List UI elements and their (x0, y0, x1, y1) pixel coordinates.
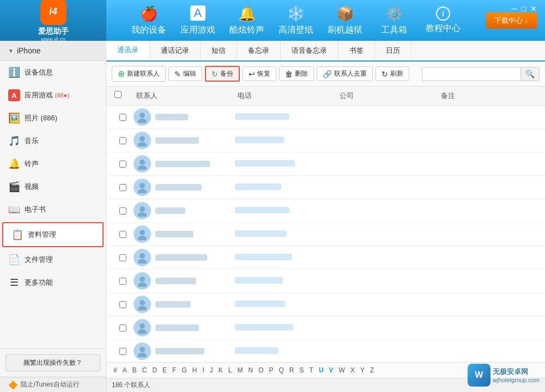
alpha-char-d[interactable]: D (150, 366, 159, 375)
sidebar-item-file-mgmt[interactable]: 📄 文件管理 (0, 248, 106, 271)
row-checkbox-cell (112, 254, 134, 261)
nav-wallpapers[interactable]: ❄️ 高清壁纸 (271, 0, 320, 41)
alpha-char-q[interactable]: Q (277, 366, 286, 375)
table-row[interactable] (106, 152, 545, 176)
status-text: 阻止iTunes自动运行 (21, 380, 80, 389)
tab-memo[interactable]: 备忘录 (237, 41, 281, 60)
nav-jailbreak[interactable]: 📦 刷机越狱 (320, 0, 370, 41)
row-checkbox[interactable] (119, 301, 126, 308)
alpha-char-r[interactable]: R (288, 366, 296, 375)
table-row[interactable] (106, 316, 545, 340)
sidebar-item-data-mgmt[interactable]: 📋 资料管理 (2, 222, 104, 247)
alpha-char-n[interactable]: N (246, 366, 255, 375)
main-layout: ▼ iPhone ℹ️ 设备信息 A 应用游戏 (48●) (0, 41, 545, 392)
alpha-char-b[interactable]: B (131, 366, 138, 375)
alpha-char-c[interactable]: C (141, 366, 149, 375)
row-checkbox[interactable] (119, 184, 126, 191)
search-button[interactable]: 🔍 (520, 68, 539, 81)
tab-call-log[interactable]: 通话记录 (150, 41, 201, 60)
alpha-char-k[interactable]: K (217, 366, 225, 375)
alpha-char-p[interactable]: P (268, 366, 275, 375)
backup-button[interactable]: ↻ 备份 (205, 66, 240, 82)
alpha-char-s[interactable]: S (298, 366, 306, 375)
restore-button[interactable]: ↩ 恢复 (243, 66, 276, 81)
row-checkbox[interactable] (119, 278, 126, 285)
tab-voice-memo[interactable]: 语音备忘录 (281, 41, 338, 60)
alpha-char-#[interactable]: # (112, 366, 119, 375)
row-checkbox[interactable] (119, 324, 126, 332)
close-button[interactable]: ✕ (530, 4, 537, 13)
delete-button[interactable]: 🗑 删除 (279, 66, 314, 81)
error-button[interactable]: 频繁出现操作失败？ (5, 354, 100, 371)
alpha-char-m[interactable]: M (235, 366, 244, 375)
nav-tutorials[interactable]: i 教程中心 (419, 0, 468, 41)
tab-bookmarks[interactable]: 书签 (338, 41, 375, 60)
sidebar-item-more[interactable]: ☰ 更多功能 (0, 271, 106, 294)
alpha-char-z[interactable]: Z (368, 366, 376, 375)
alpha-char-j[interactable]: J (208, 366, 215, 375)
sidebar-item-apps[interactable]: A 应用游戏 (48●) (0, 84, 106, 107)
alpha-char-y[interactable]: Y (359, 366, 366, 375)
nav-toolbox[interactable]: ⚙️ 工具箱 (370, 0, 419, 41)
sidebar-item-ringtones[interactable]: 🔔 铃声 (0, 152, 106, 175)
table-row[interactable] (106, 106, 545, 129)
row-checkbox[interactable] (119, 207, 126, 215)
search-input[interactable] (422, 68, 520, 80)
alpha-char-u[interactable]: U (317, 366, 325, 375)
sidebar-item-music[interactable]: 🎵 音乐 (0, 130, 106, 152)
row-checkbox[interactable] (119, 114, 126, 121)
table-row[interactable] (106, 270, 545, 293)
alpha-char-i[interactable]: I (201, 366, 205, 375)
table-row[interactable] (106, 340, 545, 362)
refresh-button[interactable]: ↻ 刷新 (376, 66, 409, 81)
sidebar-item-videos[interactable]: 🎬 视频 (0, 175, 106, 198)
alpha-char-g[interactable]: G (180, 366, 188, 375)
row-checkbox[interactable] (119, 231, 126, 238)
row-checkbox[interactable] (119, 161, 126, 168)
edit-button[interactable]: ✎ 编辑 (168, 66, 202, 81)
tab-contacts[interactable]: 通讯录 (106, 41, 150, 60)
table-row[interactable] (106, 293, 545, 316)
alpha-char-h[interactable]: H (191, 366, 199, 375)
alpha-char-t[interactable]: T (308, 366, 315, 375)
svg-point-8 (140, 206, 145, 212)
dedup-button[interactable]: 🔗 联系人去重 (317, 66, 373, 81)
nav-my-device[interactable]: 🍎 我的设备 (124, 0, 173, 41)
row-checkbox[interactable] (119, 254, 126, 261)
row-checkbox[interactable] (119, 137, 126, 144)
row-checkbox[interactable] (119, 348, 126, 355)
info-icon: i (436, 7, 450, 21)
table-row[interactable] (106, 246, 545, 270)
contact-cell (134, 272, 235, 290)
download-button[interactable]: 下载中心 ↓ (486, 13, 537, 29)
phone-number (235, 160, 295, 167)
tab-calendar[interactable]: 日历 (375, 41, 411, 60)
table-row[interactable] (106, 176, 545, 199)
table-row[interactable] (106, 223, 545, 246)
alpha-char-e[interactable]: E (161, 366, 168, 375)
select-all-checkbox[interactable] (114, 91, 122, 98)
phone-cell (235, 346, 336, 356)
sidebar-item-ebooks[interactable]: 📖 电子书 (0, 198, 106, 221)
minimize-button[interactable]: ─ (512, 4, 517, 13)
alpha-char-l[interactable]: L (227, 366, 234, 375)
tab-sms[interactable]: 短信 (201, 41, 237, 60)
sidebar-item-device-info[interactable]: ℹ️ 设备信息 (0, 61, 106, 84)
alpha-char-x[interactable]: X (349, 366, 356, 375)
alpha-char-w[interactable]: W (337, 366, 347, 375)
alpha-char-o[interactable]: O (257, 366, 265, 375)
add-contact-button[interactable]: ⊕ 新建联系人 (112, 66, 166, 82)
maximize-button[interactable]: □ (522, 4, 526, 13)
avatar (134, 342, 151, 360)
nav-ringtones[interactable]: 🔔 酷炫铃声 (222, 0, 271, 41)
nav-apps[interactable]: A 应用游戏 (173, 0, 222, 41)
avatar (134, 132, 151, 149)
alpha-char-a[interactable]: A (121, 366, 129, 375)
sidebar-item-photos[interactable]: 🖼️ 照片 (886) (0, 107, 106, 130)
table-row[interactable] (106, 129, 545, 152)
toolbar: ⊕ 新建联系人 ✎ 编辑 ↻ 备份 ↩ 恢复 🗑 删除 (106, 62, 545, 87)
table-row[interactable] (106, 199, 545, 223)
contact-name (155, 137, 199, 144)
alpha-char-v[interactable]: V (328, 366, 335, 375)
alpha-char-f[interactable]: F (171, 366, 178, 375)
